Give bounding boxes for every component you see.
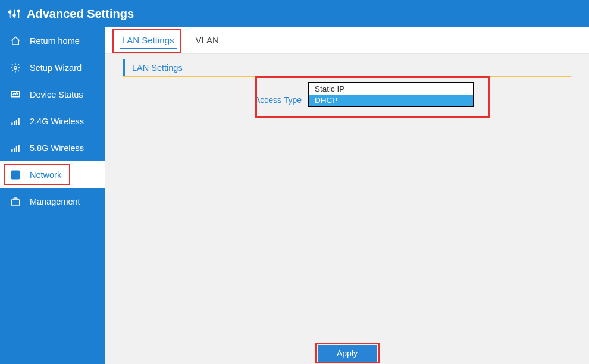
page-title: Advanced Settings: [27, 7, 134, 21]
access-type-label: Access Type: [123, 82, 302, 105]
form-row-access-type: Access Type Static IP DHCP: [123, 82, 571, 107]
briefcase-icon: [9, 196, 22, 207]
svg-rect-10: [16, 120, 17, 125]
tab-lan-settings[interactable]: LAN Settings: [111, 27, 185, 53]
svg-point-1: [9, 11, 11, 13]
signal-icon: [9, 143, 22, 153]
footer: Apply: [105, 345, 589, 362]
sidebar-item-return-home[interactable]: Return home: [0, 27, 105, 54]
sidebar-item-setup-wizard[interactable]: Setup Wizard: [0, 54, 105, 81]
svg-rect-8: [11, 122, 12, 125]
sidebar-item-label: 2.4G Wireless: [30, 117, 84, 126]
gear-icon: [9, 62, 22, 73]
svg-point-6: [14, 66, 17, 69]
main-panel: LAN Settings VLAN LAN Settings Access Ty…: [105, 27, 589, 364]
svg-rect-17: [11, 200, 20, 205]
sidebar-item-management[interactable]: Management: [0, 188, 105, 215]
dropdown-option-dhcp[interactable]: DHCP: [309, 95, 473, 106]
sidebar-item-label: Management: [30, 197, 80, 206]
section-underline: [123, 76, 571, 77]
svg-point-3: [13, 14, 15, 17]
svg-rect-15: [18, 145, 20, 151]
home-icon: [9, 36, 22, 46]
signal-icon: [9, 116, 22, 127]
apply-button-label: Apply: [337, 349, 358, 358]
sidebar-item-24g-wireless[interactable]: 2.4G Wireless: [0, 108, 105, 134]
svg-rect-13: [14, 148, 15, 152]
sidebar-item-58g-wireless[interactable]: 5.8G Wireless: [0, 134, 105, 161]
sidebar-item-label: Return home: [30, 36, 80, 46]
monitor-icon: [9, 89, 22, 100]
svg-rect-11: [18, 118, 20, 124]
svg-point-5: [18, 10, 20, 12]
section-title: LAN Settings: [123, 59, 571, 76]
svg-rect-14: [16, 146, 17, 152]
tab-bar: LAN Settings VLAN: [105, 27, 589, 54]
tab-vlan[interactable]: VLAN: [185, 27, 230, 53]
sidebar-item-label: Setup Wizard: [30, 63, 82, 73]
app-header: Advanced Settings: [0, 0, 589, 27]
svg-rect-12: [11, 149, 12, 152]
network-icon: [9, 170, 22, 180]
sidebar-item-label: 5.8G Wireless: [30, 143, 84, 153]
apply-button[interactable]: Apply: [318, 345, 377, 362]
sliders-icon: [8, 7, 21, 20]
sidebar-item-label: Device Status: [30, 90, 83, 99]
access-type-dropdown[interactable]: Static IP DHCP: [308, 82, 474, 107]
dropdown-option-static-ip[interactable]: Static IP: [309, 83, 473, 95]
sidebar-item-label: Network: [30, 170, 61, 180]
svg-rect-9: [14, 121, 15, 125]
sidebar: Return home Setup Wizard Device Status 2…: [0, 27, 105, 364]
content-area: LAN Settings Access Type Static IP DHCP: [105, 54, 589, 364]
tab-label: LAN Settings: [122, 35, 174, 45]
tab-label: VLAN: [196, 35, 219, 45]
sidebar-item-network[interactable]: Network: [0, 161, 105, 188]
sidebar-item-device-status[interactable]: Device Status: [0, 81, 105, 108]
